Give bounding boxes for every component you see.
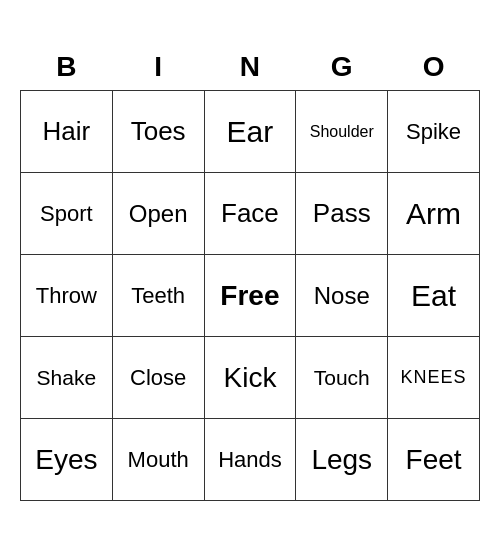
bingo-cell: Touch xyxy=(296,337,388,419)
header-i: I xyxy=(112,43,204,91)
bingo-cell: Teeth xyxy=(112,255,204,337)
bingo-card: B I N G O HairToesEarShoulderSpikeSportO… xyxy=(20,43,480,502)
header-g: G xyxy=(296,43,388,91)
bingo-cell: Open xyxy=(112,173,204,255)
bingo-cell: Shoulder xyxy=(296,91,388,173)
bingo-cell: Hair xyxy=(21,91,113,173)
bingo-header-row: B I N G O xyxy=(21,43,480,91)
bingo-cell: Face xyxy=(204,173,296,255)
bingo-cell: Pass xyxy=(296,173,388,255)
bingo-body: HairToesEarShoulderSpikeSportOpenFacePas… xyxy=(21,91,480,501)
header-n: N xyxy=(204,43,296,91)
table-row: SportOpenFacePassArm xyxy=(21,173,480,255)
table-row: EyesMouthHandsLegsFeet xyxy=(21,419,480,501)
bingo-cell: Ear xyxy=(204,91,296,173)
bingo-cell: Hands xyxy=(204,419,296,501)
bingo-cell: Legs xyxy=(296,419,388,501)
bingo-cell: Spike xyxy=(388,91,480,173)
bingo-cell: Shake xyxy=(21,337,113,419)
bingo-cell: Close xyxy=(112,337,204,419)
bingo-cell: Sport xyxy=(21,173,113,255)
header-o: O xyxy=(388,43,480,91)
bingo-cell: Kick xyxy=(204,337,296,419)
bingo-cell: Free xyxy=(204,255,296,337)
bingo-cell: Throw xyxy=(21,255,113,337)
bingo-cell: Feet xyxy=(388,419,480,501)
bingo-cell: Mouth xyxy=(112,419,204,501)
bingo-cell: Eat xyxy=(388,255,480,337)
bingo-cell: Toes xyxy=(112,91,204,173)
table-row: ThrowTeethFreeNoseEat xyxy=(21,255,480,337)
bingo-cell: Arm xyxy=(388,173,480,255)
bingo-cell: Eyes xyxy=(21,419,113,501)
bingo-cell: Nose xyxy=(296,255,388,337)
bingo-cell: KNEES xyxy=(388,337,480,419)
table-row: ShakeCloseKickTouchKNEES xyxy=(21,337,480,419)
header-b: B xyxy=(21,43,113,91)
table-row: HairToesEarShoulderSpike xyxy=(21,91,480,173)
